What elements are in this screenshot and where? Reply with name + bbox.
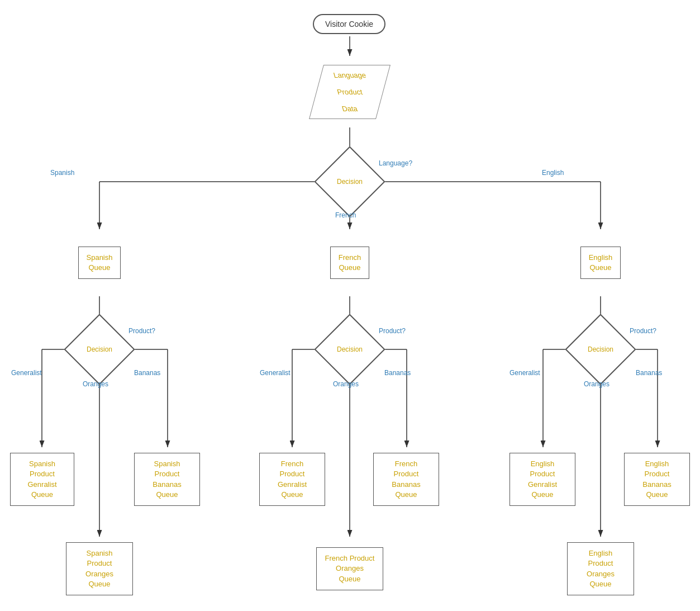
english-queue-node: English Queue	[567, 229, 634, 296]
english-queue-rect: English Queue	[580, 247, 621, 279]
english-decision-diamond	[565, 314, 636, 385]
en-generalist-queue-node: English Product Genralist Queue	[509, 447, 575, 511]
english-branch-label: English	[542, 169, 564, 177]
fr-generalist-queue-node: French Product Genralist Queue	[259, 447, 325, 511]
french-product-question: Product?	[379, 327, 406, 335]
sp-generalist-label: Generalist	[11, 369, 42, 377]
spanish-queue-rect: Spanish Queue	[78, 247, 121, 279]
language-product-data-label: Language Product Data	[334, 71, 366, 113]
french-decision-diamond	[314, 314, 385, 385]
english-product-question: Product?	[630, 327, 656, 335]
fr-bananas-label: Bananas	[384, 369, 411, 377]
visitor-cookie-node: Visitor Cookie	[299, 10, 399, 38]
french-queue-node: French Queue	[316, 229, 383, 296]
sp-bananas-queue-node: Spanish Product Bananas Queue	[134, 447, 200, 511]
language-question-label: Language?	[379, 159, 412, 167]
spanish-branch-label: Spanish	[50, 169, 74, 177]
french-queue-rect: French Queue	[330, 247, 369, 279]
sp-generalist-queue-node: Spanish Product Genralist Queue	[10, 447, 74, 511]
fr-generalist-label: Generalist	[260, 369, 291, 377]
french-decision-node: Decision	[325, 324, 375, 375]
fr-bananas-queue-node: French Product Bananas Queue	[373, 447, 439, 511]
en-oranges-queue-rect: English Product Oranges Queue	[567, 542, 634, 595]
spanish-queue-node: Spanish Queue	[66, 229, 133, 296]
language-product-data-node: Language Product Data	[288, 56, 411, 127]
en-bananas-label: Bananas	[636, 369, 662, 377]
en-bananas-queue-rect: English Product Bananas Queue	[624, 453, 690, 506]
french-branch-label: French	[335, 211, 356, 219]
language-product-data-shape: Language Product Data	[309, 65, 391, 119]
sp-oranges-queue-rect: Spanish Product Oranges Queue	[66, 542, 133, 595]
visitor-cookie-label: Visitor Cookie	[313, 14, 385, 34]
sp-generalist-queue-rect: Spanish Product Genralist Queue	[10, 453, 74, 506]
en-oranges-label: Oranges	[584, 380, 609, 388]
en-generalist-label: Generalist	[509, 369, 540, 377]
spanish-product-question: Product?	[128, 327, 155, 335]
fr-oranges-queue-node: French Product Oranges Queue	[316, 537, 383, 601]
language-decision-node: Decision	[325, 157, 375, 207]
spanish-decision-diamond	[64, 314, 135, 385]
en-bananas-queue-node: English Product Bananas Queue	[624, 447, 690, 511]
en-generalist-queue-rect: English Product Genralist Queue	[509, 453, 575, 506]
sp-oranges-queue-node: Spanish Product Oranges Queue	[66, 537, 133, 601]
flowchart: Visitor Cookie Language Product Data Dec…	[0, 0, 700, 611]
en-oranges-queue-node: English Product Oranges Queue	[567, 537, 634, 601]
fr-generalist-queue-rect: French Product Genralist Queue	[259, 453, 325, 506]
fr-oranges-queue-rect: French Product Oranges Queue	[316, 547, 383, 590]
sp-oranges-label: Oranges	[83, 380, 108, 388]
language-decision-diamond	[314, 146, 385, 217]
fr-bananas-queue-rect: French Product Bananas Queue	[373, 453, 439, 506]
spanish-decision-node: Decision	[74, 324, 125, 375]
english-decision-node: Decision	[575, 324, 626, 375]
sp-bananas-queue-rect: Spanish Product Bananas Queue	[134, 453, 200, 506]
sp-bananas-label: Bananas	[134, 369, 160, 377]
fr-oranges-label: Oranges	[333, 380, 359, 388]
